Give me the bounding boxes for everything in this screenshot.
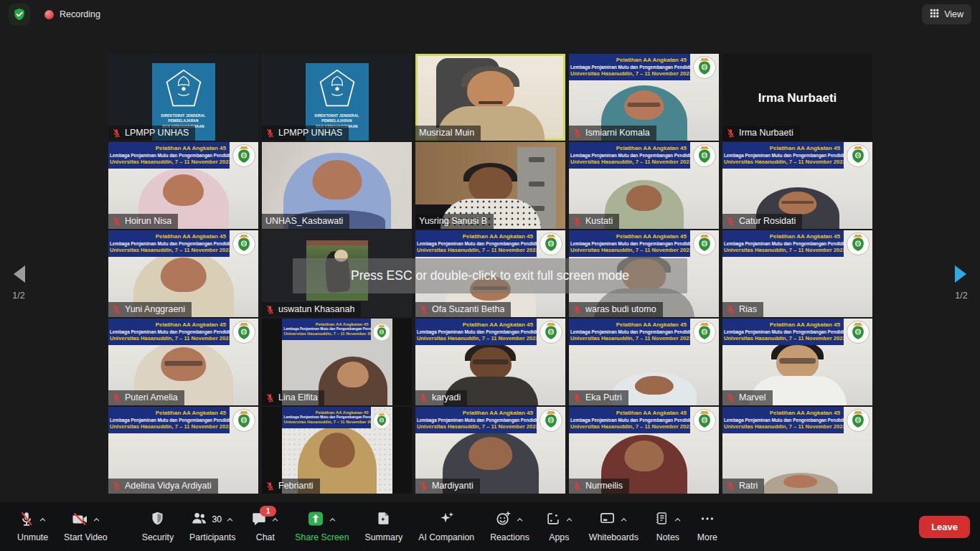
- muted-mic-icon: [726, 217, 735, 226]
- chevron-up-icon[interactable]: [620, 516, 628, 524]
- participant-tile-karyadi[interactable]: Pelatihan AA Angkatan 45Lembaga Penjamin…: [415, 319, 565, 405]
- participant-tile-yuni-anggraeni[interactable]: Pelatihan AA Angkatan 45Lembaga Penjamin…: [108, 230, 258, 317]
- participant-name: uswatun Khasanah: [278, 304, 354, 314]
- chevron-up-icon[interactable]: [516, 516, 524, 524]
- toolbar-button-whiteboards[interactable]: Whiteboards: [582, 502, 646, 551]
- muted-mic-icon: [573, 393, 582, 402]
- toolbar-button-unmute[interactable]: Unmute: [10, 502, 55, 551]
- chevron-up-icon[interactable]: [39, 516, 47, 524]
- participant-tile-irma-nurbaeti[interactable]: Irma NurbaetiIrma Nurbaeti: [722, 54, 872, 141]
- participant-tile-unhas-kasbawati[interactable]: UNHAS_Kasbawati: [262, 142, 412, 229]
- participant-nameplate: Kustati: [569, 214, 619, 229]
- participant-name: Yuni Anggraeni: [125, 304, 185, 314]
- participant-tile-yusring-sanusi-b[interactable]: Yusring Sanusi B: [415, 142, 565, 229]
- participant-name: Irma Nurbaeti: [739, 128, 793, 138]
- participant-name: UNHAS_Kasbawati: [265, 216, 343, 226]
- virtual-background-banner: Pelatihan AA Angkatan 45Lembaga Penjamin…: [569, 319, 719, 346]
- banner-line: Lembaga Penjaminan Mutu dan Pengembangan…: [724, 241, 840, 247]
- summary-icon: [376, 511, 391, 528]
- zoom-meeting-window: Recording View DIREKTORAT JENDERALPEMBEL…: [0, 0, 980, 551]
- toolbar-button-reactions[interactable]: Reactions: [483, 502, 537, 551]
- unhas-logo-icon: [690, 142, 719, 169]
- banner-line: Universitas Hasanuddin, 7 – 11 November …: [417, 247, 533, 254]
- toolbar-button-chat[interactable]: 1Chat: [244, 502, 286, 551]
- chevron-up-icon[interactable]: [674, 516, 682, 524]
- participant-tile-lpmpp-unhas[interactable]: DIREKTORAT JENDERALPEMBELAJARANDAN KEMAH…: [108, 54, 258, 141]
- banner-line: Universitas Hasanuddin, 7 – 11 November …: [724, 335, 840, 342]
- participant-tile-eka-putri[interactable]: Pelatihan AA Angkatan 45Lembaga Penjamin…: [569, 319, 719, 405]
- unhas-logo-icon: [230, 230, 258, 258]
- chevron-up-icon[interactable]: [93, 516, 100, 524]
- previous-page-button[interactable]: 1/2: [11, 265, 26, 301]
- unhas-logo-icon: [690, 54, 719, 81]
- participant-tile-adelina-vidya-ardiyati[interactable]: Pelatihan AA Angkatan 45Lembaga Penjamin…: [108, 407, 258, 494]
- banner-line: Pelatihan AA Angkatan 45: [570, 233, 687, 241]
- reactions-icon: [495, 510, 512, 529]
- participant-tile-hoirun-nisa[interactable]: Pelatihan AA Angkatan 45Lembaga Penjamin…: [108, 142, 258, 229]
- banner-line: Universitas Hasanuddin, 7 – 11 November …: [724, 247, 840, 254]
- banner-line: Lembaga Penjaminan Mutu dan Pengembangan…: [110, 329, 226, 335]
- toolbar-button-participants[interactable]: 30Participants: [182, 502, 242, 551]
- muted-mic-icon: [112, 305, 121, 314]
- participant-tile-ismiarni-komala[interactable]: Pelatihan AA Angkatan 45Lembaga Penjamin…: [569, 54, 719, 141]
- banner-line: Pelatihan AA Angkatan 45: [570, 321, 687, 329]
- banner-line: Pelatihan AA Angkatan 45: [724, 410, 840, 418]
- muted-mic-icon: [265, 481, 275, 491]
- toolbar-button-label: Share Screen: [295, 532, 349, 542]
- participant-name: Rias: [739, 304, 757, 314]
- previous-page-arrow-icon: [11, 265, 26, 283]
- chevron-up-icon[interactable]: [565, 516, 573, 524]
- participant-tile-nurmeilis[interactable]: Pelatihan AA Angkatan 45Lembaga Penjamin…: [569, 407, 719, 494]
- toolbar-button-label: AI Companion: [418, 532, 474, 542]
- toolbar-button-ai-companion[interactable]: AI Companion: [411, 502, 481, 551]
- participant-nameplate: Puteri Amelia: [108, 390, 184, 405]
- participant-tile-lpmpp-unhas[interactable]: DIREKTORAT JENDERALPEMBELAJARANDAN KEMAH…: [262, 54, 412, 141]
- toolbar-button-more[interactable]: More: [690, 502, 725, 551]
- participant-tile-marvel[interactable]: Pelatihan AA Angkatan 45Lembaga Penjamin…: [722, 319, 872, 405]
- chevron-up-icon[interactable]: [271, 516, 279, 524]
- chevron-up-icon[interactable]: [226, 516, 234, 524]
- participant-tile-lina-elfita[interactable]: Pelatihan AA Angkatan 45Lembaga Penjamin…: [262, 319, 412, 405]
- toolbar-button-notes[interactable]: Notes: [647, 502, 689, 551]
- toolbar-button-label: Unmute: [17, 532, 48, 542]
- chevron-up-icon[interactable]: [329, 516, 336, 524]
- encryption-shield-icon[interactable]: [9, 4, 30, 25]
- next-page-button[interactable]: 1/2: [954, 265, 969, 301]
- toolbar-button-security[interactable]: Security: [135, 502, 181, 551]
- banner-line: Universitas Hasanuddin, 7 – 11 November …: [570, 70, 687, 77]
- banner-line: Pelatihan AA Angkatan 45: [570, 410, 687, 418]
- participant-name: Lina Elfita: [278, 392, 318, 402]
- banner-line: Lembaga Penjaminan Mutu dan Pengembangan…: [110, 153, 226, 159]
- toolbar-button-apps[interactable]: Apps: [538, 502, 580, 551]
- toolbar-button-start-video[interactable]: Start Video: [57, 502, 115, 551]
- muted-mic-icon: [265, 128, 275, 138]
- unhas-logo-icon: [844, 407, 872, 434]
- participant-tile-puteri-amelia[interactable]: Pelatihan AA Angkatan 45Lembaga Penjamin…: [108, 319, 258, 405]
- participant-tile-ratri[interactable]: Pelatihan AA Angkatan 45Lembaga Penjamin…: [722, 407, 872, 494]
- participant-name: Musrizal Muin: [419, 128, 474, 138]
- virtual-background-banner: Pelatihan AA Angkatan 45Lembaga Penjamin…: [282, 407, 392, 434]
- participant-tile-kustati[interactable]: Pelatihan AA Angkatan 45Lembaga Penjamin…: [569, 142, 719, 229]
- banner-line: Pelatihan AA Angkatan 45: [570, 57, 687, 65]
- participant-tile-mardiyanti[interactable]: Pelatihan AA Angkatan 45Lembaga Penjamin…: [415, 407, 565, 494]
- mic-muted-icon: [19, 511, 34, 529]
- participant-tile-musrizal-muin[interactable]: Musrizal Muin: [415, 54, 565, 141]
- view-button[interactable]: View: [922, 4, 971, 24]
- leave-button[interactable]: Leave: [919, 516, 970, 538]
- muted-mic-icon: [726, 481, 735, 491]
- participant-name: Eka Putri: [585, 392, 622, 402]
- toolbar-button-summary[interactable]: Summary: [358, 502, 410, 551]
- toolbar-button-share-screen[interactable]: Share Screen: [288, 502, 356, 551]
- unhas-logo-icon: [537, 407, 565, 434]
- participant-tile-febrianti[interactable]: Pelatihan AA Angkatan 45Lembaga Penjamin…: [262, 407, 412, 494]
- participant-tile-rias[interactable]: Pelatihan AA Angkatan 45Lembaga Penjamin…: [722, 230, 872, 317]
- participant-name: Puteri Amelia: [125, 392, 178, 402]
- participant-nameplate: Nurmeilis: [569, 479, 629, 494]
- muted-mic-icon: [419, 305, 428, 314]
- participant-tile-catur-rosidati[interactable]: Pelatihan AA Angkatan 45Lembaga Penjamin…: [722, 142, 872, 229]
- muted-mic-icon: [265, 393, 275, 402]
- unread-badge: 1: [260, 506, 276, 517]
- gallery-grid-icon: [930, 9, 939, 20]
- banner-line: Pelatihan AA Angkatan 45: [284, 410, 369, 415]
- tut-wuri-handayani-icon: [165, 68, 202, 111]
